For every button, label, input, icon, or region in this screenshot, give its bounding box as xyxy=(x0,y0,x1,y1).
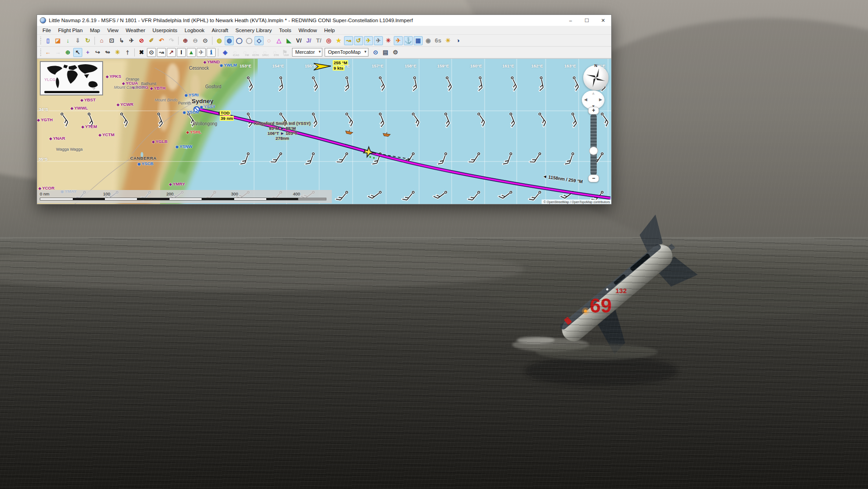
reverse-route-icon[interactable]: ↬ xyxy=(103,48,112,57)
toolbar-handle[interactable] xyxy=(39,37,42,45)
airport-label-yssy[interactable]: ◉YSSY xyxy=(200,104,215,109)
show-victor-airways-icon[interactable]: V/ xyxy=(294,36,303,45)
clear-highlight-icon[interactable]: ✐ xyxy=(147,36,156,45)
pan-right-icon[interactable]: ▶ xyxy=(599,97,602,102)
center-flightplan-icon[interactable]: ⊡ xyxy=(107,36,116,45)
zoom-slider-handle[interactable] xyxy=(589,147,598,155)
menu-map[interactable]: Map xyxy=(86,27,104,34)
search-map-position-icon[interactable]: ⊙ xyxy=(371,48,380,57)
map-home-icon[interactable]: ⌂ xyxy=(97,36,106,45)
dock-airport-weather-icon[interactable]: ✈ xyxy=(197,48,206,57)
show-jet-airways-icon[interactable]: J/ xyxy=(304,36,313,45)
range-rings-icon[interactable]: ✳ xyxy=(113,48,122,57)
airport-label-ybst[interactable]: ◆YBST xyxy=(80,97,96,102)
show-tracks-icon[interactable]: T/ xyxy=(314,36,323,45)
reload-flightplan-icon[interactable]: ↻ xyxy=(83,36,92,45)
save-flightplan-as-icon[interactable]: ⇓ xyxy=(73,36,82,45)
airport-label-ymry[interactable]: ◆YMRY xyxy=(169,181,185,186)
airport-label-ygth[interactable]: ◆YGTH xyxy=(37,117,53,122)
center-aircraft-icon[interactable]: ✈ xyxy=(127,36,136,45)
show-spatial-icon[interactable]: ◉ xyxy=(424,36,433,45)
airport-label-ysnw[interactable]: ◉YSNW xyxy=(175,144,192,149)
minimize-button[interactable]: – xyxy=(562,15,579,26)
show-sun-shading-icon[interactable]: ☀ xyxy=(443,36,453,45)
airport-label-ywwl[interactable]: ◆YWWL xyxy=(71,105,88,110)
show-userpoints-icon[interactable]: ★ xyxy=(334,36,343,45)
titlebar[interactable]: Little Navmap 2.6.19 - MSFS / N 1801 - V… xyxy=(37,15,611,26)
add-to-flightplan-icon[interactable]: + xyxy=(83,48,92,57)
save-flightplan-icon[interactable]: ↓ xyxy=(63,36,72,45)
airport-label-ysri[interactable]: ◉YSRI xyxy=(184,92,198,97)
airport-label-yglb[interactable]: ◆YGLB xyxy=(152,139,168,144)
airport-label-yctm[interactable]: ◆YCTM xyxy=(99,132,114,137)
close-button[interactable]: ✕ xyxy=(595,15,611,26)
fit-flightplan-icon[interactable]: ↳ xyxy=(117,36,126,45)
airport-label-yscn[interactable]: ◉YSCN xyxy=(183,109,198,114)
airport-label-ycwr[interactable]: ◆YCWR xyxy=(117,102,133,107)
show-grid-icon[interactable]: ▦ xyxy=(414,36,423,45)
overview-map[interactable]: YLCG ✈ xyxy=(40,61,103,95)
airport-label-yscb[interactable]: ◉YSCB xyxy=(137,161,153,166)
airspaces-other-icon[interactable]: ◌OTR xyxy=(270,48,279,57)
show-waypoints-icon[interactable]: ◇ xyxy=(255,36,264,45)
undo-icon[interactable]: ↶ xyxy=(157,36,166,45)
dock-information-icon[interactable]: I xyxy=(177,48,186,57)
airspaces-fir-icon[interactable]: ◌FIR xyxy=(241,48,250,57)
airport-label-ypks[interactable]: ◆YPKS xyxy=(106,74,121,79)
pan-left-icon[interactable]: ◀ xyxy=(584,97,587,102)
show-airspaces-icon[interactable]: ◈ xyxy=(221,48,230,57)
menu-window[interactable]: Window xyxy=(295,27,321,34)
menu-tools[interactable]: Tools xyxy=(275,27,295,34)
dock-elevation-profile-icon[interactable]: ▲ xyxy=(187,48,196,57)
show-msa-icon[interactable]: ◎ xyxy=(324,36,333,45)
click-select-mode-icon[interactable]: ↖ xyxy=(73,48,82,57)
show-vor-icon[interactable]: ◍ xyxy=(215,36,224,45)
airport-label-yorg[interactable]: ◆YORG xyxy=(132,85,148,90)
show-night-icon[interactable]: ◑ xyxy=(453,36,462,45)
dock-route-icon[interactable]: ↝ xyxy=(157,48,166,57)
measure-line-icon[interactable]: † xyxy=(123,48,132,57)
direct-to-icon[interactable]: ↪ xyxy=(93,48,102,57)
airport-label-ymnd[interactable]: ◆YMND xyxy=(203,59,220,64)
show-ndb-dots-icon[interactable]: ◌ xyxy=(264,36,274,45)
zoom-slider-track[interactable] xyxy=(590,114,597,176)
zoom-in-button[interactable]: + xyxy=(588,107,599,114)
map-settings-icon[interactable]: ⚙ xyxy=(391,48,400,57)
compass-rose-control[interactable]: N xyxy=(583,65,609,90)
menu-aircraft[interactable]: Aircraft xyxy=(208,27,231,34)
map-update-rate-icon[interactable]: 6s xyxy=(434,36,443,45)
airport-label-ywlm[interactable]: ◉YWLM xyxy=(220,62,237,67)
menu-logbook[interactable]: Logbook xyxy=(181,27,208,34)
redo-icon[interactable]: ↷ xyxy=(167,36,176,45)
map-overview-icon[interactable]: ⊕ xyxy=(63,48,72,57)
show-ils-icon[interactable]: △ xyxy=(274,36,283,45)
zoom-out-details-icon[interactable]: ⊖ xyxy=(191,36,200,45)
show-flightplan-icon[interactable]: ↝ xyxy=(344,36,353,45)
map-back-icon[interactable]: ← xyxy=(43,48,52,57)
show-vortac-icon[interactable]: ◍ xyxy=(225,36,234,45)
menu-scenery-library[interactable]: Scenery Library xyxy=(232,27,276,34)
airport-label-yshl[interactable]: ◆YSHL xyxy=(186,129,202,134)
airport-label-ynar[interactable]: ◆YNAR xyxy=(49,136,65,141)
show-compass-rose-icon[interactable]: ✳ xyxy=(384,36,393,45)
default-details-icon[interactable]: ⊙ xyxy=(201,36,210,45)
menu-weather[interactable]: Weather xyxy=(122,27,149,34)
show-glideslope-icon[interactable]: ◣ xyxy=(284,36,293,45)
menu-flight-plan[interactable]: Flight Plan xyxy=(55,27,86,34)
show-ndb-icon[interactable]: ◯ xyxy=(235,36,244,45)
dock-legend-icon[interactable]: ℹ xyxy=(207,48,216,57)
show-holdings-icon[interactable]: ↺ xyxy=(354,36,363,45)
dock-route-calc-icon[interactable]: ↗ xyxy=(167,48,176,57)
show-waypoints-off-icon[interactable]: ◯ xyxy=(245,36,254,45)
map-style-dropdown[interactable]: OpenTopoMap xyxy=(325,48,368,57)
pan-up-icon[interactable]: ▲ xyxy=(591,91,595,95)
show-ai-ships-icon[interactable]: ⚓ xyxy=(404,36,413,45)
airport-label-ybth[interactable]: ◆YBTH xyxy=(150,85,165,90)
toolbar-handle[interactable] xyxy=(39,48,42,57)
projection-dropdown[interactable]: Mercator xyxy=(292,48,322,57)
menu-help[interactable]: Help xyxy=(321,27,339,34)
zoom-out-button[interactable]: − xyxy=(588,175,599,182)
menu-userpoints[interactable]: Userpoints xyxy=(149,27,181,34)
delete-marks-icon[interactable]: ✖ xyxy=(137,48,146,57)
airspaces-icao-icon[interactable]: ◌ICAO xyxy=(231,48,240,57)
